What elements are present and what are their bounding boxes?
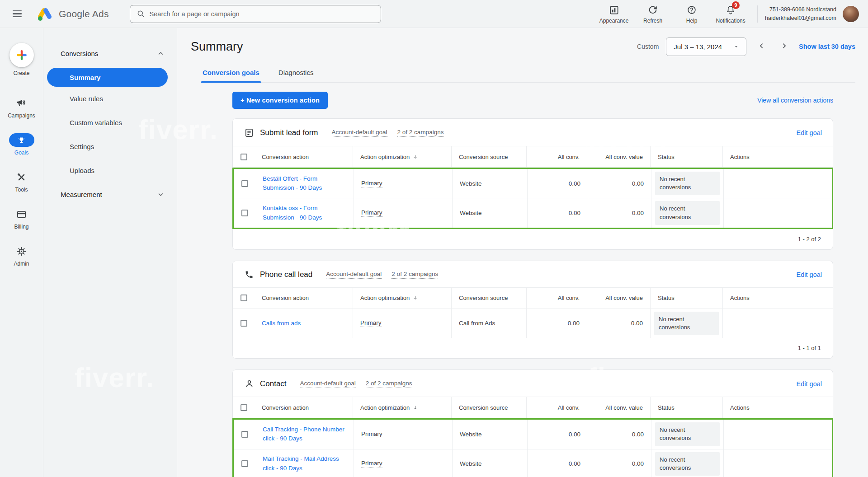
edit-goal-link[interactable]: Edit goal [797,129,822,136]
column-header-all-conv-value[interactable]: All conv. value [587,397,651,418]
select-all-checkbox[interactable] [241,404,247,411]
avatar[interactable] [843,6,859,22]
goal-type[interactable]: Account-default goal [326,271,382,279]
column-label: All conv. value [605,404,643,411]
rail-item-tools[interactable]: Tools [15,170,28,193]
row-checkbox[interactable] [241,180,248,187]
main-menu-button[interactable] [8,5,26,23]
header-cell-checkbox [233,288,255,309]
conversion-action-link[interactable]: Kontakta oss - Form Submission - 90 Days [263,204,346,222]
nav-item-uploads[interactable]: Uploads [43,159,177,182]
optimization-value[interactable]: Primary [361,180,382,187]
optimization-value[interactable]: Primary [361,209,382,217]
column-header-all-conv-value[interactable]: All conv. value [587,146,651,167]
column-header-action-optimization[interactable]: Action optimization [353,397,452,418]
header-cell-checkbox [233,146,255,167]
column-header-action-optimization[interactable]: Action optimization [353,288,452,309]
edit-goal-link[interactable]: Edit goal [797,271,822,278]
search-input[interactable]: Search for a page or campaign [130,5,381,23]
help-button[interactable]: Help [672,4,711,24]
rail-item-admin[interactable]: Admin [14,244,29,267]
goal-type[interactable]: Account-default goal [332,129,387,137]
nav-item-value-rules[interactable]: Value rules [43,87,177,111]
column-header-status[interactable]: Status [651,146,723,167]
rail-item-goals[interactable]: Goals [9,133,34,156]
conversion-action-link[interactable]: Beställ Offert - Form Submission - 90 Da… [263,174,346,193]
conversion-action-link[interactable]: Calls from ads [262,319,301,328]
goal-type[interactable]: Account-default goal [300,380,356,388]
conversion-source-value: Website [460,431,482,438]
nav-section-measurement[interactable]: Measurement [43,182,177,206]
appearance-button[interactable]: Appearance [594,4,633,24]
column-header-status[interactable]: Status [651,288,723,309]
column-header-all-conv[interactable]: All conv. [527,397,587,418]
goal-campaigns[interactable]: 2 of 2 campaigns [392,271,438,279]
column-header-conversion-source[interactable]: Conversion source [452,397,527,418]
optimization-value[interactable]: Primary [361,430,382,438]
previous-period-button[interactable] [754,39,769,54]
column-header-conversion-source[interactable]: Conversion source [452,288,527,309]
column-header-action-optimization[interactable]: Action optimization [353,146,452,167]
column-header-actions[interactable]: Actions [723,288,833,309]
page-title: Summary [191,40,243,54]
google-ads-logo[interactable]: Google Ads [36,7,109,21]
cell-all-conv-value: 0.00 [588,449,651,477]
notifications-button[interactable]: 9Notifications [711,4,750,24]
row-checkbox[interactable] [241,460,248,467]
optimization-value[interactable]: Primary [361,460,382,468]
view-all-conversion-actions-link[interactable]: View all conversion actions [757,97,833,104]
cell-actions [724,449,832,477]
show-last-30-days-link[interactable]: Show last 30 days [799,43,855,50]
goal-campaigns[interactable]: 2 of 2 campaigns [366,380,412,388]
row-checkbox[interactable] [241,431,248,438]
column-header-actions[interactable]: Actions [723,146,833,167]
nav-item-settings[interactable]: Settings [43,135,177,159]
date-range-controls: Custom Jul 3 – 13, 2024 Show last 30 day… [637,37,855,56]
cell-conversion-action: Kontakta oss - Form Submission - 90 Days [255,198,354,227]
edit-goal-link[interactable]: Edit goal [797,380,822,388]
cell-actions [724,420,832,449]
conversion-action-link[interactable]: Mail Tracking - Mail Address click - 90 … [263,454,346,473]
nav-section-conversions[interactable]: Conversions [43,45,177,61]
select-all-checkbox[interactable] [241,154,247,160]
next-period-button[interactable] [776,39,792,54]
date-mode-label: Custom [637,43,659,50]
column-header-actions[interactable]: Actions [723,397,833,418]
conversion-action-link[interactable]: Call Tracking - Phone Number click - 90 … [263,425,346,444]
new-conversion-action-button[interactable]: + New conversion action [232,92,328,109]
search-placeholder: Search for a page or campaign [150,10,240,18]
rail-item-campaigns[interactable]: Campaigns [8,96,35,119]
column-header-conversion-source[interactable]: Conversion source [452,146,527,167]
optimization-value[interactable]: Primary [360,319,382,327]
row-checkbox[interactable] [241,320,247,327]
tab-conversion-goals[interactable]: Conversion goals [201,63,261,82]
rail-item-billing[interactable]: Billing [14,207,28,230]
goal-campaigns[interactable]: 2 of 2 campaigns [397,129,444,137]
column-header-conversion-action[interactable]: Conversion action [255,397,353,418]
tab-diagnostics[interactable]: Diagnostics [277,63,316,82]
help-label: Help [686,18,698,24]
rail-label-create: Create [13,70,29,76]
pagination: 1 - 2 of 2 [798,236,821,243]
date-range-picker[interactable]: Jul 3 – 13, 2024 [666,37,746,56]
column-header-all-conv-value[interactable]: All conv. value [587,288,651,309]
goal-cards-list: Submit lead formAccount-default goal2 of… [232,118,833,477]
cell-checkbox [234,198,255,227]
rows-container: Calls from adsPrimaryCall from Ads0.000.… [233,309,833,338]
campaigns-icon [14,96,28,110]
account-info[interactable]: 751-389-6066 Nordicstand haiderkhaleel01… [765,5,836,22]
row-checkbox[interactable] [241,210,248,216]
refresh-button[interactable]: Refresh [633,4,672,24]
billing-icon [14,207,28,221]
select-all-checkbox[interactable] [241,295,247,301]
rail-item-create[interactable]: Create [9,43,34,76]
google-ads-logo-icon [36,7,53,21]
nav-item-custom-variables[interactable]: Custom variables [43,111,177,135]
table-header-row: Conversion actionAction optimizationConv… [233,397,833,418]
column-header-all-conv[interactable]: All conv. [527,288,587,309]
column-header-status[interactable]: Status [651,397,723,418]
column-header-conversion-action[interactable]: Conversion action [255,146,353,167]
column-header-all-conv[interactable]: All conv. [527,146,587,167]
nav-item-summary[interactable]: Summary [47,68,168,87]
column-header-conversion-action[interactable]: Conversion action [255,288,353,309]
